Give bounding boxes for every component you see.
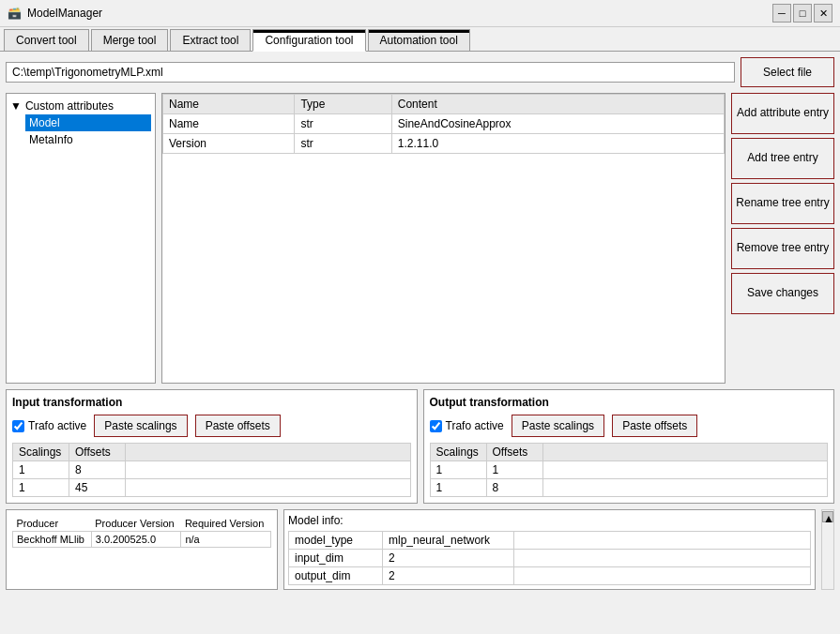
tab-extract[interactable]: Extract tool (170, 29, 251, 51)
attr-type-1: str (295, 134, 391, 154)
input-transform-title: Input transformation (12, 396, 411, 409)
right-buttons-panel: Add attribute entry Add tree entry Renam… (731, 93, 834, 384)
tab-configuration[interactable]: Configuration tool (252, 29, 365, 52)
attr-name-1: Version (163, 134, 295, 154)
output-transform-box: Output transformation Trafo active Paste… (423, 389, 835, 504)
model-info-label: Model info: (288, 514, 811, 527)
attr-content-1: 1.2.11.0 (391, 134, 724, 154)
input-scalings-header: Scalings (13, 444, 69, 461)
select-file-button[interactable]: Select file (741, 57, 834, 87)
model-type-value: mlp_neural_network (383, 532, 514, 550)
input-transform-table: Scalings Offsets 1 8 1 45 (12, 443, 411, 497)
scroll-up-icon[interactable]: ▲ (822, 511, 833, 522)
rename-tree-entry-button[interactable]: Rename tree entry (731, 183, 834, 224)
output-trafo-checkbox-label[interactable]: Trafo active (430, 419, 504, 432)
producer-col-version: Producer Version (91, 516, 181, 532)
table-row[interactable]: 1 45 (13, 479, 411, 497)
transform-section: Input transformation Trafo active Paste … (6, 389, 834, 504)
tree-root[interactable]: ▼ Custom attributes (10, 98, 151, 114)
tab-merge[interactable]: Merge tool (91, 29, 169, 51)
tree-panel: ▼ Custom attributes Model MetaInfo (6, 93, 156, 384)
input-offset-1: 45 (69, 479, 126, 497)
tab-automation[interactable]: Automation tool (368, 29, 470, 51)
model-info-table: model_type mlp_neural_network input_dim … (288, 531, 811, 585)
producer-version: 3.0.200525.0 (91, 532, 181, 548)
attr-col-content: Content (391, 95, 724, 114)
attr-type-0: str (295, 114, 391, 134)
output-scaling-1: 1 (430, 479, 486, 497)
output-scalings-header: Scalings (430, 444, 486, 461)
output-paste-offsets-button[interactable]: Paste offsets (612, 415, 697, 437)
attr-content-0: SineAndCosineApprox (391, 114, 724, 134)
attr-col-type: Type (295, 95, 391, 114)
output-dim-key: output_dim (289, 567, 383, 585)
input-trafo-checkbox-label[interactable]: Trafo active (12, 419, 86, 432)
file-row: Select file (6, 57, 834, 87)
close-button[interactable]: ✕ (814, 4, 832, 23)
input-dim-key: input_dim (289, 550, 383, 567)
input-offset-0: 8 (69, 461, 126, 479)
tree-children: Model MetaInfo (10, 114, 151, 148)
producer-name: Beckhoff MLlib (13, 532, 92, 548)
input-trafo-row: Trafo active Paste scalings Paste offset… (12, 415, 411, 437)
tree-item-metainfo[interactable]: MetaInfo (25, 131, 151, 148)
output-transform-title: Output transformation (430, 396, 829, 409)
producer-required: n/a (181, 532, 271, 548)
producer-col-required: Required Version (181, 516, 271, 532)
output-offsets-header: Offsets (486, 444, 542, 461)
attr-name-0: Name (163, 114, 295, 134)
scrollbar[interactable]: ▲ (821, 509, 834, 590)
automation-bar (369, 30, 469, 33)
input-trafo-checkbox[interactable] (12, 420, 24, 432)
model-type-key: model_type (289, 532, 383, 550)
output-trafo-row: Trafo active Paste scalings Paste offset… (430, 415, 829, 437)
table-row: model_type mlp_neural_network (289, 532, 811, 550)
table-row: output_dim 2 (289, 567, 811, 585)
input-scaling-0: 1 (13, 461, 69, 479)
table-row[interactable]: Name str SineAndCosineApprox (163, 114, 725, 134)
model-info-panel: Model info: model_type mlp_neural_networ… (283, 509, 816, 590)
output-transform-table: Scalings Offsets 1 1 1 8 (430, 443, 829, 497)
producer-col-producer: Producer (13, 516, 92, 532)
bottom-section: Producer Producer Version Required Versi… (6, 509, 834, 590)
add-tree-entry-button[interactable]: Add tree entry (731, 138, 834, 179)
file-path-input[interactable] (6, 62, 735, 83)
output-scaling-0: 1 (430, 461, 486, 479)
tab-convert[interactable]: Convert tool (4, 29, 89, 51)
tree-expand-icon: ▼ (10, 99, 22, 113)
table-row[interactable]: 1 8 (430, 479, 828, 497)
input-paste-scalings-button[interactable]: Paste scalings (94, 415, 187, 437)
table-row[interactable]: 1 1 (430, 461, 828, 479)
table-row[interactable]: 1 8 (13, 461, 411, 479)
active-tab-indicator (253, 30, 364, 33)
remove-tree-entry-button[interactable]: Remove tree entry (731, 228, 834, 269)
minimize-button[interactable]: ─ (772, 4, 791, 23)
tab-bar: Convert tool Merge tool Extract tool Con… (0, 27, 840, 52)
save-changes-button[interactable]: Save changes (731, 273, 834, 314)
input-offsets-header: Offsets (69, 444, 126, 461)
output-trafo-checkbox[interactable] (430, 420, 442, 432)
input-dim-value: 2 (383, 550, 514, 567)
output-paste-scalings-button[interactable]: Paste scalings (512, 415, 604, 437)
maximize-button[interactable]: □ (793, 4, 812, 23)
producer-table: Producer Producer Version Required Versi… (12, 516, 271, 548)
output-dim-value: 2 (383, 567, 514, 585)
title-bar: 🗃️ ModelManager ─ □ ✕ (0, 0, 840, 27)
add-attribute-entry-button[interactable]: Add attribute entry (731, 93, 834, 134)
tree-item-model[interactable]: Model (25, 114, 151, 131)
attributes-panel: Name Type Content Name str SineAndCosine… (161, 93, 725, 384)
app-icon: 🗃️ (8, 7, 22, 20)
input-transform-box: Input transformation Trafo active Paste … (6, 389, 418, 504)
producer-panel: Producer Producer Version Required Versi… (6, 509, 278, 590)
main-content: Select file ▼ Custom attributes Model Me… (0, 52, 840, 596)
tree-root-label: Custom attributes (25, 99, 114, 113)
attr-col-name: Name (163, 95, 295, 114)
table-row[interactable]: Version str 1.2.11.0 (163, 134, 725, 154)
input-paste-offsets-button[interactable]: Paste offsets (195, 415, 281, 437)
attributes-table: Name Type Content Name str SineAndCosine… (162, 94, 725, 154)
middle-section: ▼ Custom attributes Model MetaInfo Name … (6, 93, 834, 384)
table-row: input_dim 2 (289, 550, 811, 567)
output-offset-1: 8 (486, 479, 542, 497)
input-scaling-1: 1 (13, 479, 69, 497)
table-row: Beckhoff MLlib 3.0.200525.0 n/a (13, 532, 271, 548)
